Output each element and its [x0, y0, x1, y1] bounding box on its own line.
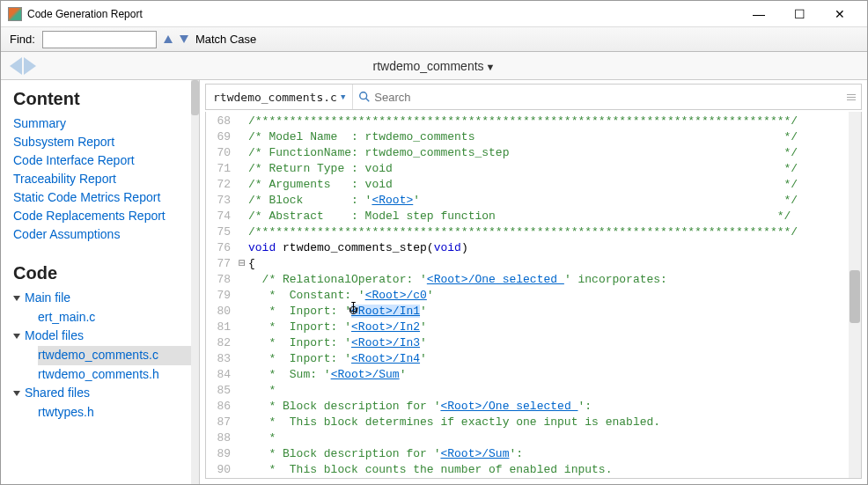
find-label: Find:: [10, 33, 35, 46]
code-line[interactable]: 77⊟{: [206, 256, 861, 272]
code-area[interactable]: 68/*************************************…: [205, 112, 862, 479]
tree-group-0[interactable]: Main file: [13, 289, 194, 308]
code-line[interactable]: 74/* Abstract : Model step function */: [206, 209, 861, 224]
tree-group-2[interactable]: Shared files: [13, 384, 194, 403]
search-icon: [358, 91, 371, 103]
find-input[interactable]: [42, 31, 157, 48]
svg-line-1: [366, 99, 370, 102]
code-line[interactable]: 73/* Block : '<Root>' */: [206, 193, 861, 209]
file-dropdown[interactable]: rtwdemo_comments.c▼: [206, 85, 353, 109]
caret-down-icon: [13, 334, 20, 339]
match-case-label[interactable]: Match Case: [195, 33, 256, 46]
svg-point-0: [360, 92, 367, 99]
content-link-4[interactable]: Static Code Metrics Report: [13, 188, 194, 207]
minimize-button[interactable]: —: [739, 1, 779, 27]
nav-forward-icon[interactable]: [24, 57, 36, 75]
code-line[interactable]: 71/* Return Type : void */: [206, 161, 861, 177]
editor-pane: rtwdemo_comments.c▼ 68/*****************…: [200, 80, 867, 484]
find-next-icon[interactable]: [180, 33, 188, 46]
content-link-6[interactable]: Coder Assumptions: [13, 225, 194, 244]
code-line[interactable]: 82 * Inport: '<Root>/In3': [206, 335, 861, 351]
tree-file[interactable]: rtwtypes.h: [38, 403, 194, 423]
code-line[interactable]: 72/* Arguments : void */: [206, 177, 861, 193]
close-button[interactable]: ✕: [820, 1, 860, 27]
app-icon: [8, 7, 22, 21]
content-link-2[interactable]: Code Interface Report: [13, 151, 194, 170]
tree-file[interactable]: ert_main.c: [38, 308, 194, 327]
code-line[interactable]: 88 *: [206, 430, 861, 446]
window-title: Code Generation Report: [27, 8, 739, 20]
content-link-0[interactable]: Summary: [13, 114, 194, 133]
hamburger-icon[interactable]: [847, 94, 861, 100]
nav-bar: rtwdemo_comments▼: [1, 52, 867, 80]
code-line[interactable]: 69/* Model Name : rtwdemo_comments */: [206, 129, 861, 145]
code-line[interactable]: 70/* FunctionName: rtwdemo_comments_step…: [206, 145, 861, 161]
nav-title-dropdown[interactable]: rtwdemo_comments▼: [373, 59, 496, 73]
code-line[interactable]: 90 * This block counts the number of ena…: [206, 462, 861, 478]
code-line[interactable]: 84 * Sum: '<Root>/Sum': [206, 367, 861, 383]
tree-file[interactable]: rtwdemo_comments.c: [38, 346, 194, 365]
code-line[interactable]: 86 * Block description for '<Root>/One s…: [206, 399, 861, 415]
tree-group-1[interactable]: Model files: [13, 327, 194, 346]
code-scrollbar[interactable]: [849, 112, 861, 478]
search-input[interactable]: [374, 91, 842, 104]
maximize-button[interactable]: ☐: [779, 1, 820, 27]
find-bar: Find: Match Case: [1, 27, 867, 52]
titlebar: Code Generation Report — ☐ ✕: [1, 1, 867, 27]
code-line[interactable]: 68/*************************************…: [206, 114, 861, 129]
code-line[interactable]: 78 /* RelationalOperator: '<Root>/One se…: [206, 272, 861, 288]
code-line[interactable]: 87 * This block determines if exactly on…: [206, 415, 861, 430]
code-heading: Code: [13, 263, 194, 283]
code-line[interactable]: 75/*************************************…: [206, 224, 861, 240]
code-line[interactable]: 79 * Constant: '<Root>/c0': [206, 288, 861, 304]
sidebar: Content SummarySubsystem ReportCode Inte…: [1, 80, 200, 484]
caret-down-icon: [13, 391, 20, 396]
content-link-5[interactable]: Code Replacements Report: [13, 207, 194, 225]
code-line[interactable]: 89 * Block description for '<Root>/Sum':: [206, 446, 861, 462]
content-heading: Content: [13, 89, 194, 109]
nav-back-icon[interactable]: [10, 57, 22, 75]
tree-file[interactable]: rtwdemo_comments.h: [38, 365, 194, 385]
sidebar-scrollbar[interactable]: [191, 80, 199, 484]
code-line[interactable]: 80 * Inport: '<Root>/In1': [206, 304, 861, 320]
editor-toolbar: rtwdemo_comments.c▼: [205, 84, 862, 110]
code-line[interactable]: 83 * Inport: '<Root>/In4': [206, 351, 861, 367]
content-link-1[interactable]: Subsystem Report: [13, 133, 194, 151]
code-line[interactable]: 81 * Inport: '<Root>/In2': [206, 320, 861, 335]
code-line[interactable]: 85 *: [206, 383, 861, 399]
code-line[interactable]: 76void rtwdemo_comments_step(void): [206, 240, 861, 256]
find-prev-icon[interactable]: [164, 33, 173, 46]
caret-down-icon: [13, 296, 20, 301]
content-link-3[interactable]: Traceability Report: [13, 170, 194, 188]
